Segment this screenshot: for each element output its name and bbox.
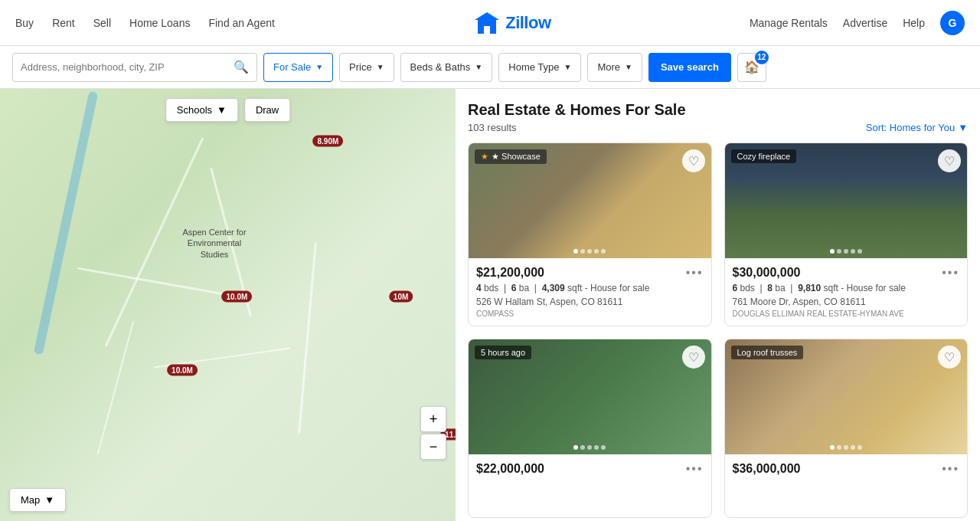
for-sale-label: For Sale — [273, 61, 311, 73]
heart-button[interactable]: ♡ — [938, 346, 961, 369]
listing-price-row: $21,200,000 ••• — [476, 266, 704, 280]
nav-manage-rentals[interactable]: Manage Rentals — [750, 17, 828, 29]
nav-sell[interactable]: Sell — [93, 17, 111, 29]
price-pin[interactable]: 10.0M — [221, 290, 252, 302]
search-icon-btn[interactable]: 🔍 — [234, 60, 249, 74]
listing-image: Log roof trusses ♡ — [725, 339, 968, 454]
listing-more-button[interactable]: ••• — [942, 462, 959, 476]
listing-card[interactable]: Log roof trusses ♡ $36,000,000 ••• — [724, 339, 969, 518]
heart-button[interactable]: ♡ — [682, 149, 705, 172]
price-label: Price — [349, 61, 372, 73]
nav-home-loans[interactable]: Home Loans — [129, 17, 190, 29]
image-dots — [573, 445, 606, 450]
nav-find-agent[interactable]: Find an Agent — [208, 17, 274, 29]
img-dot — [844, 249, 848, 254]
img-dot — [573, 249, 578, 254]
map-road — [298, 242, 317, 433]
map-river — [34, 91, 99, 356]
zoom-in-button[interactable]: + — [420, 406, 446, 432]
listing-details: 6 bds | 8 ba | 9,810 sqft - House for sa… — [733, 283, 960, 293]
img-dot — [851, 445, 855, 450]
zillow-logo-icon — [473, 9, 501, 37]
listing-agent: DOUGLAS ELLIMAN REAL ESTATE-HYMAN AVE — [733, 310, 960, 318]
img-dot — [587, 249, 592, 254]
listing-details — [733, 479, 960, 506]
listings-header: Real Estate & Homes For Sale 103 results… — [468, 101, 968, 133]
zoom-controls: + − — [420, 406, 446, 460]
listing-card[interactable]: Cozy fireplace ♡ $30,000,000 ••• 6 bds |… — [724, 143, 969, 326]
listing-more-button[interactable]: ••• — [686, 266, 704, 280]
listing-badge: ★ ★ Showcase — [475, 149, 547, 164]
sort-button[interactable]: Sort: Homes for You ▼ — [866, 122, 968, 133]
notification-button[interactable]: 🏠 12 — [737, 53, 766, 82]
listing-details — [476, 479, 704, 506]
listings-title: Real Estate & Homes For Sale — [468, 101, 968, 119]
img-dot — [830, 249, 835, 254]
search-bar: 🔍 For Sale ▼ Price ▼ Beds & Baths ▼ Home… — [0, 46, 980, 89]
price-filter[interactable]: Price ▼ — [339, 53, 394, 82]
schools-button[interactable]: Schools ▼ — [165, 98, 238, 122]
listing-address: 526 W Hallam St, Aspen, CO 81611 — [476, 297, 704, 307]
img-dot — [580, 249, 585, 254]
listing-image: ★ ★ Showcase ♡ — [469, 143, 711, 258]
listing-agent: COMPASS — [476, 310, 704, 318]
heart-button[interactable]: ♡ — [682, 346, 705, 369]
listing-card[interactable]: 5 hours ago ♡ $22,000,000 ••• — [468, 339, 712, 518]
img-dot — [844, 445, 848, 450]
listing-price-row: $22,000,000 ••• — [476, 462, 704, 476]
save-search-button[interactable]: Save search — [648, 53, 731, 82]
for-sale-chevron-icon: ▼ — [315, 63, 323, 71]
listing-price-row: $30,000,000 ••• — [733, 266, 960, 280]
beds-baths-label: Beds & Baths — [410, 61, 471, 73]
header-right: Manage Rentals Advertise Help G — [750, 11, 965, 35]
map-type-label: Map — [21, 494, 40, 506]
price-pin[interactable]: 10M — [389, 290, 413, 302]
home-type-filter[interactable]: Home Type ▼ — [498, 53, 581, 82]
img-dot — [858, 249, 862, 254]
logo[interactable]: Zillow — [473, 9, 550, 37]
listing-more-button[interactable]: ••• — [686, 462, 704, 476]
listings-grid: ★ ★ Showcase ♡ $21,200,000 ••• 4 bds | 6… — [468, 143, 968, 518]
listing-more-button[interactable]: ••• — [942, 266, 959, 280]
heart-button[interactable]: ♡ — [938, 149, 961, 172]
nav-rent[interactable]: Rent — [52, 17, 75, 29]
img-dot — [573, 445, 578, 450]
schools-chevron-icon: ▼ — [217, 104, 227, 116]
beds-baths-filter[interactable]: Beds & Baths ▼ — [400, 53, 493, 82]
nav-help[interactable]: Help — [903, 17, 925, 29]
img-dot — [601, 249, 606, 254]
listing-image: Cozy fireplace ♡ — [725, 143, 968, 258]
search-input[interactable] — [21, 61, 234, 73]
map-section[interactable]: Aspen Center for Environmental Studies 8… — [0, 89, 456, 521]
listing-card[interactable]: ★ ★ Showcase ♡ $21,200,000 ••• 4 bds | 6… — [468, 143, 712, 326]
listing-badge: 5 hours ago — [475, 346, 531, 359]
more-filter[interactable]: More ▼ — [587, 53, 642, 82]
home-type-label: Home Type — [508, 61, 559, 73]
price-pin[interactable]: 10.0M — [167, 364, 198, 375]
img-dot — [837, 249, 841, 254]
listing-price: $30,000,000 — [733, 266, 801, 280]
image-dots — [573, 249, 606, 254]
img-dot — [837, 445, 841, 450]
listing-image: 5 hours ago ♡ — [469, 339, 711, 454]
zoom-out-button[interactable]: − — [420, 434, 446, 460]
listing-info: $22,000,000 ••• — [469, 454, 711, 517]
for-sale-filter[interactable]: For Sale ▼ — [263, 53, 333, 82]
search-input-wrap[interactable]: 🔍 — [12, 53, 257, 82]
price-pin[interactable]: 8.90M — [312, 135, 343, 146]
star-icon: ★ — [481, 152, 488, 162]
aspen-center-label: Aspen Center for Environmental Studies — [176, 227, 253, 260]
avatar[interactable]: G — [940, 11, 965, 35]
img-dot — [830, 445, 835, 450]
sort-chevron-icon: ▼ — [958, 122, 968, 133]
header: Buy Rent Sell Home Loans Find an Agent Z… — [0, 0, 980, 46]
price-chevron-icon: ▼ — [377, 63, 384, 71]
nav-buy[interactable]: Buy — [15, 17, 34, 29]
map-type-button[interactable]: Map ▼ — [9, 488, 66, 512]
nav-advertise[interactable]: Advertise — [843, 17, 887, 29]
logo-text: Zillow — [505, 13, 550, 33]
home-type-chevron-icon: ▼ — [564, 63, 572, 71]
map-background: Aspen Center for Environmental Studies 8… — [0, 89, 456, 521]
draw-button[interactable]: Draw — [244, 98, 290, 122]
listing-address: 761 Moore Dr, Aspen, CO 81611 — [733, 297, 960, 307]
